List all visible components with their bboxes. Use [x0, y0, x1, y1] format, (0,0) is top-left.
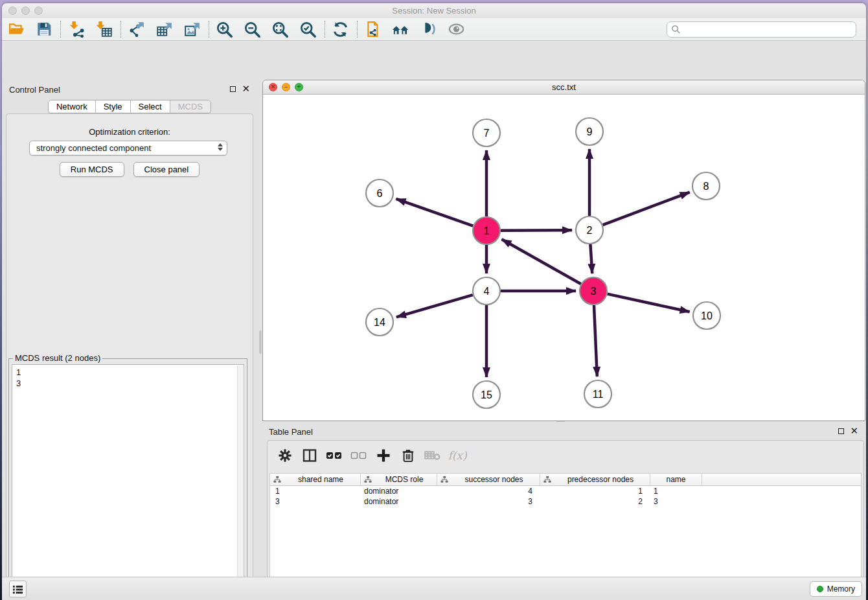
graph-node-label: 1: [484, 225, 490, 237]
show-hide-eye-icon[interactable]: [448, 21, 465, 38]
graph-edge-4-14[interactable]: [396, 295, 473, 317]
select-all-icon[interactable]: [325, 447, 344, 464]
dropdown-stepper-icon: [218, 143, 223, 151]
control-panel: Control Panel ✕ Network Style Select MCD…: [2, 80, 257, 600]
memory-button[interactable]: Memory: [810, 581, 862, 597]
graph-edge-3-1[interactable]: [502, 239, 581, 284]
mcds-result-groupbox: MCDS result (2 nodes) 1 3: [8, 358, 247, 600]
tab-select[interactable]: Select: [130, 100, 170, 113]
network-canvas[interactable]: 7968124314101511: [264, 95, 864, 420]
criterion-dropdown[interactable]: strongly connected component: [29, 141, 227, 156]
tab-style[interactable]: Style: [95, 100, 130, 113]
graph-node-label: 4: [484, 286, 490, 297]
column-header-name[interactable]: name: [650, 474, 702, 485]
status-bar: Memory: [2, 577, 866, 600]
open-folder-icon[interactable]: [7, 21, 25, 38]
table-panel-body: f(x) shared name MCDS role: [267, 440, 864, 589]
close-panel-button[interactable]: Close panel: [133, 162, 200, 177]
save-icon[interactable]: [35, 21, 52, 38]
search-icon: [671, 25, 681, 34]
table-toolbar: f(x): [268, 441, 863, 470]
deselect-all-icon[interactable]: [349, 447, 369, 464]
toolbar-separator: [60, 21, 61, 38]
graph-edge-2-3[interactable]: [590, 244, 592, 273]
graph-node-label: 10: [701, 310, 713, 321]
control-panel-tabs: Network Style Select MCDS: [2, 100, 257, 113]
graph-node-label: 3: [591, 286, 597, 297]
export-table-icon[interactable]: [155, 21, 173, 38]
graph-edge-1-6[interactable]: [396, 199, 473, 226]
run-mcds-button[interactable]: Run MCDS: [60, 162, 124, 177]
zoom-in-icon[interactable]: [216, 21, 233, 38]
float-table-panel-icon[interactable]: [838, 428, 844, 434]
close-table-panel-icon[interactable]: ✕: [850, 428, 858, 434]
table-panel: Table Panel ✕: [262, 423, 865, 600]
column-header-successor-nodes[interactable]: successor nodes: [437, 474, 540, 485]
search-input[interactable]: [681, 25, 852, 34]
mcds-panel-body: Optimization criterion: strongly connect…: [6, 113, 253, 600]
export-network-icon[interactable]: [128, 21, 145, 38]
memory-status-icon: [817, 586, 823, 592]
network-view-window: ✕ – + scc.txt 7968124314101511: [262, 80, 865, 421]
network-window-title: scc.txt: [263, 82, 865, 92]
graph-edge-2-8[interactable]: [603, 192, 690, 225]
float-panel-icon[interactable]: [230, 86, 236, 92]
delete-row-icon[interactable]: [398, 447, 418, 464]
panel-splitter-handle[interactable]: [259, 330, 262, 354]
paint-style-icon[interactable]: [420, 21, 437, 38]
column-header-mcds-role[interactable]: MCDS role: [361, 474, 437, 485]
zoom-out-icon[interactable]: [244, 21, 261, 38]
main-toolbar: [2, 18, 866, 41]
graph-node-label: 7: [484, 128, 490, 139]
title-bar: Session: New Session: [2, 3, 866, 18]
apply-preferred-layout-icon[interactable]: [332, 21, 349, 38]
toolbar-separator: [325, 21, 325, 38]
graph-node-label: 14: [374, 317, 385, 328]
window-title: Session: New Session: [2, 6, 866, 16]
graph-edge-3-11[interactable]: [594, 305, 597, 376]
list-icon: [12, 584, 23, 594]
delete-table-icon: [423, 447, 442, 464]
shared-column-icon: [543, 476, 551, 483]
network-graph[interactable]: 7968124314101511: [264, 95, 865, 421]
shared-column-icon: [273, 476, 281, 483]
table-row[interactable]: 1 dominator 4 1 1: [270, 486, 861, 496]
node-table[interactable]: shared name MCDS role successor nodes: [269, 473, 862, 586]
shared-column-icon: [364, 476, 372, 483]
mcds-result-list[interactable]: 1 3: [12, 364, 244, 599]
zoom-fit-icon[interactable]: [271, 21, 289, 38]
function-builder-icon: f(x): [448, 447, 467, 464]
clone-network-icon[interactable]: [364, 21, 382, 38]
toolbar-separator: [120, 21, 121, 38]
graph-node-label: 11: [593, 389, 604, 400]
graph-edge-3-10[interactable]: [607, 294, 689, 312]
toolbar-separator: [209, 21, 209, 38]
search-box[interactable]: [667, 21, 856, 38]
graph-edge-1-2[interactable]: [501, 230, 572, 231]
table-panel-title: Table Panel: [269, 427, 313, 437]
application-window: Session: New Session: [2, 3, 866, 600]
mcds-result-line: 3: [16, 378, 240, 389]
shared-column-icon: [440, 476, 448, 483]
optimization-criterion-label: Optimization criterion:: [6, 127, 253, 137]
split-columns-icon[interactable]: [300, 447, 319, 464]
graph-node-label: 15: [481, 389, 492, 400]
zoom-selected-icon[interactable]: [299, 21, 317, 38]
column-header-shared-name[interactable]: shared name: [270, 474, 361, 485]
result-scrollbar[interactable]: [237, 365, 243, 598]
network-window-titlebar[interactable]: ✕ – + scc.txt: [263, 80, 865, 95]
add-row-icon[interactable]: [374, 447, 393, 464]
close-panel-icon[interactable]: ✕: [242, 86, 250, 92]
task-history-button[interactable]: [9, 581, 27, 597]
table-row[interactable]: 3 dominator 3 2 3: [270, 496, 861, 507]
graphics-details-icon[interactable]: [392, 21, 409, 38]
main-content: Control Panel ✕ Network Style Select MCD…: [2, 41, 866, 577]
export-image-icon[interactable]: [183, 21, 201, 38]
import-network-icon[interactable]: [67, 21, 85, 38]
tab-network[interactable]: Network: [49, 100, 95, 113]
column-header-predecessor-nodes[interactable]: predecessor nodes: [540, 474, 650, 485]
gear-icon[interactable]: [275, 447, 295, 464]
import-table-icon[interactable]: [95, 21, 113, 38]
graph-node-label: 2: [587, 225, 593, 236]
tab-mcds[interactable]: MCDS: [170, 100, 211, 113]
